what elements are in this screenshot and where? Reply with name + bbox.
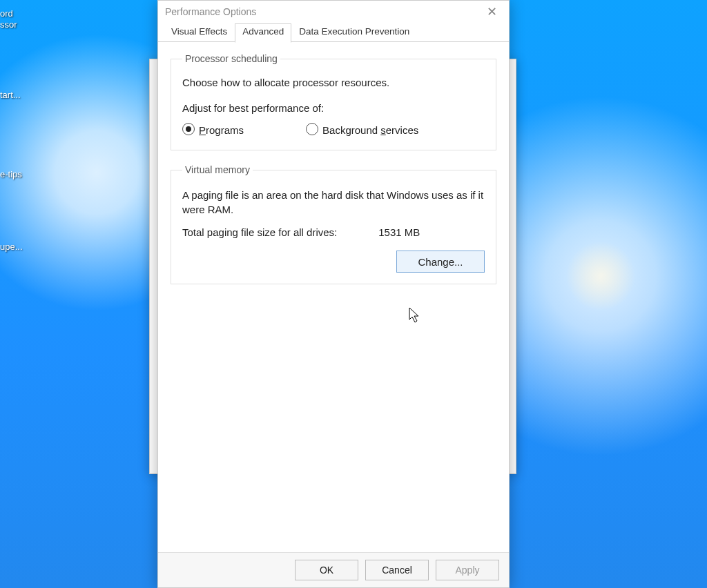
group-legend: Virtual memory — [182, 164, 253, 175]
desktop-icon[interactable]: ordssor — [0, 8, 17, 30]
tabstrip: Visual Effects Advanced Data Execution P… — [158, 23, 509, 42]
virtual-memory-description: A paging file is an area on the hard dis… — [182, 188, 485, 217]
cancel-button[interactable]: Cancel — [365, 560, 429, 580]
group-legend: Processor scheduling — [182, 53, 280, 64]
tab-visual-effects[interactable]: Visual Effects — [164, 23, 235, 43]
desktop-icon[interactable]: tart... — [0, 90, 21, 101]
dialog-button-bar: OK Cancel Apply — [158, 552, 509, 587]
performance-options-dialog: Performance Options ✕ Visual Effects Adv… — [157, 0, 510, 588]
tab-dep[interactable]: Data Execution Prevention — [291, 23, 417, 43]
radio-icon — [182, 123, 195, 135]
close-icon[interactable]: ✕ — [481, 1, 502, 23]
adjust-label: Adjust for best performance of: — [182, 102, 485, 114]
desktop-icon[interactable]: upe... — [0, 242, 23, 253]
virtual-memory-group: Virtual memory A paging file is an area … — [171, 164, 496, 284]
radio-programs-label: Programs — [199, 124, 244, 136]
group-description: Choose how to allocate processor resourc… — [182, 77, 485, 88]
dialog-titlebar[interactable]: Performance Options ✕ — [158, 1, 509, 23]
processor-scheduling-group: Processor scheduling Choose how to alloc… — [171, 53, 496, 150]
paging-total-value: 1531 MB — [378, 226, 420, 238]
radio-background-label: Background services — [322, 124, 418, 136]
radio-icon — [306, 123, 318, 135]
dialog-title: Performance Options — [165, 6, 256, 17]
tab-advanced[interactable]: Advanced — [235, 23, 291, 43]
radio-background-services[interactable]: Background services — [306, 124, 418, 136]
paging-total-label: Total paging file size for all drives: — [182, 226, 337, 238]
ok-button[interactable]: OK — [295, 560, 358, 580]
radio-programs[interactable]: Programs — [182, 124, 244, 136]
desktop-icon[interactable]: e-tips — [0, 169, 22, 180]
change-button[interactable]: Change... — [396, 251, 485, 273]
apply-button[interactable]: Apply — [436, 560, 499, 580]
tab-content: Processor scheduling Choose how to alloc… — [158, 42, 509, 552]
